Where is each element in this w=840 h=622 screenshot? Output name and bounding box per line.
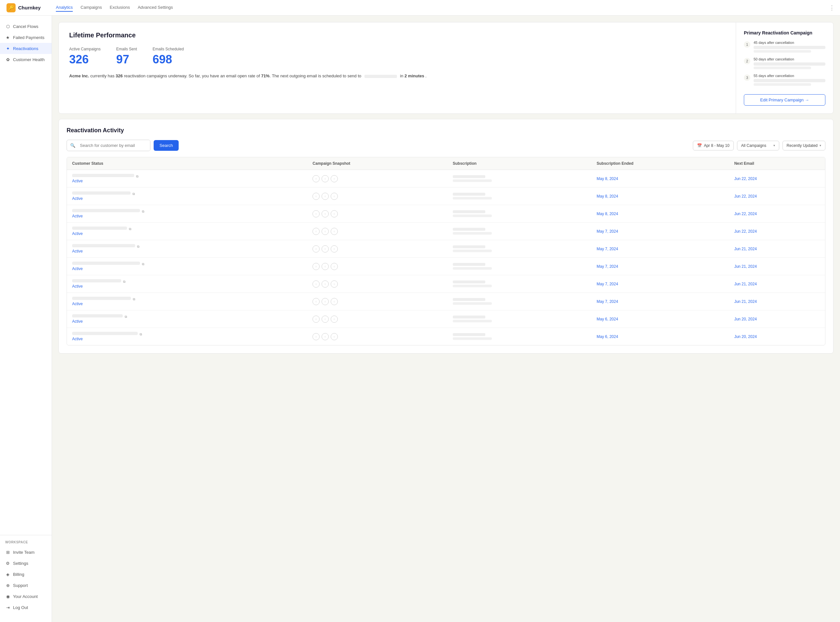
subscription-blur-1 (453, 333, 485, 336)
campaign-icon-1: ○ (312, 245, 320, 253)
sidebar-item-invite-team[interactable]: ⊞ Invite Team (0, 547, 52, 558)
campaign-icon-2: ○ (321, 281, 329, 288)
campaign-icon-group: ○ ○ ○ (312, 228, 442, 235)
campaign-icon-3: ○ (331, 333, 338, 340)
subscription-blur-2 (453, 285, 492, 287)
status-label: Active (72, 196, 302, 201)
copy-icon[interactable]: ⧉ (142, 210, 144, 213)
copy-icon[interactable]: ⧉ (142, 262, 144, 266)
campaign-icon-3: ○ (331, 298, 338, 305)
activity-title: Reactivation Activity (67, 127, 825, 134)
campaign-icon-3: ○ (331, 228, 338, 235)
next-email-date[interactable]: Jun 21, 2024 (734, 299, 756, 304)
cell-campaign-snapshot: ○ ○ ○ (307, 258, 447, 275)
status-label: Active (72, 302, 302, 306)
more-options-icon[interactable]: ⋮ (829, 4, 835, 11)
perf-stats: Active Campaigns 326 Emails Sent 97 Emai… (69, 47, 725, 66)
subscription-blur-2 (453, 232, 492, 235)
status-label: Active (72, 284, 302, 288)
cell-next-email: Jun 22, 2024 (729, 188, 825, 205)
cell-customer-status: ⧉ Active (67, 258, 307, 275)
cell-subscription (447, 223, 592, 240)
cell-campaign-snapshot: ○ ○ ○ (307, 328, 447, 345)
sidebar-item-failed-payments[interactable]: ★ Failed Payments (0, 32, 52, 43)
sidebar-item-cancel-flows[interactable]: ⬡ Cancel Flows (0, 21, 52, 32)
perf-description: Acme Inc. currently has 326 reactivation… (69, 73, 725, 79)
cell-next-email: Jun 21, 2024 (729, 258, 825, 275)
cell-next-email: Jun 20, 2024 (729, 310, 825, 328)
sidebar-item-reactivations[interactable]: ✦ Reactivations (0, 43, 52, 54)
campaign-icon-2: ○ (321, 298, 329, 305)
campaign-content-blur-3 (753, 79, 825, 82)
edit-primary-campaign-button[interactable]: Edit Primary Campaign → (744, 94, 825, 106)
campaign-content-blur-2b (753, 67, 811, 69)
nav-campaigns[interactable]: Campaigns (81, 3, 102, 12)
cell-subscription-ended: May 7, 2024 (592, 223, 729, 240)
cell-customer-status: ⧉ Active (67, 275, 307, 293)
subscription-blur-1 (453, 281, 485, 284)
copy-icon[interactable]: ⧉ (136, 174, 138, 178)
copy-icon[interactable]: ⧉ (129, 227, 131, 231)
campaign-icon-3: ○ (331, 175, 338, 182)
subscription-ended-date: May 8, 2024 (597, 194, 618, 198)
table-row: ⧉ Active ○ ○ ○ May 7, 2024Jun 21, 2024 (67, 258, 825, 275)
date-filter[interactable]: 📅 Apr 8 - May 10 (693, 141, 734, 151)
copy-icon[interactable]: ⧉ (125, 315, 127, 319)
campaign-icon-2: ○ (321, 175, 329, 182)
next-email-date[interactable]: Jun 22, 2024 (734, 212, 756, 216)
sidebar-item-customer-health[interactable]: ✿ Customer Health (0, 54, 52, 65)
next-email-date[interactable]: Jun 22, 2024 (734, 194, 756, 198)
next-email-date[interactable]: Jun 21, 2024 (734, 247, 756, 251)
sort-filter-dropdown[interactable]: Recently Updated ▾ (782, 141, 825, 151)
brand-logo[interactable]: 🔑 Churnkey (6, 3, 46, 12)
cell-customer-status: ⧉ Active (67, 310, 307, 328)
subscription-ended-date: May 7, 2024 (597, 247, 618, 251)
sidebar-item-your-account[interactable]: ◉ Your Account (0, 591, 52, 602)
sidebar-label-cancel-flows: Cancel Flows (13, 24, 38, 29)
your-account-icon: ◉ (5, 594, 11, 599)
campaign-info-3: 55 days after cancellation (753, 74, 825, 86)
copy-icon[interactable]: ⧉ (133, 297, 135, 301)
campaign-icon-1: ○ (312, 210, 320, 217)
search-input[interactable] (79, 140, 150, 151)
campaign-content-blur-3b (753, 83, 811, 86)
copy-icon[interactable]: ⧉ (137, 245, 139, 248)
search-button[interactable]: Search (154, 140, 179, 151)
nav-advanced-settings[interactable]: Advanced Settings (138, 3, 173, 12)
next-email-date[interactable]: Jun 21, 2024 (734, 264, 756, 269)
campaign-filter-label: All Campaigns (741, 143, 766, 148)
campaign-content-blur-2 (753, 63, 825, 66)
sidebar-item-billing[interactable]: ◈ Billing (0, 569, 52, 580)
copy-icon[interactable]: ⧉ (140, 332, 142, 336)
activity-table: Customer Status Campaign Snapshot Subscr… (67, 157, 825, 345)
next-email-date[interactable]: Jun 20, 2024 (734, 317, 756, 322)
activity-controls: 🔍 Search 📅 Apr 8 - May 10 All Campaigns … (67, 140, 825, 151)
stat-label-scheduled: Emails Scheduled (153, 47, 184, 51)
sidebar-label-billing: Billing (13, 572, 24, 577)
copy-icon[interactable]: ⧉ (123, 280, 125, 284)
subscription-blur-2 (453, 215, 492, 217)
sidebar-item-settings[interactable]: ⚙ Settings (0, 558, 52, 569)
sidebar-item-log-out[interactable]: ⇥ Log Out (0, 602, 52, 613)
campaign-icon-3: ○ (331, 193, 338, 200)
calendar-icon: 📅 (697, 143, 702, 148)
cell-subscription-ended: May 7, 2024 (592, 258, 729, 275)
campaign-days-1: 45 days after cancellation (753, 41, 825, 44)
copy-icon[interactable]: ⧉ (132, 192, 135, 196)
cell-subscription-ended: May 8, 2024 (592, 170, 729, 188)
subscription-ended-date: May 6, 2024 (597, 334, 618, 339)
next-email-date[interactable]: Jun 22, 2024 (734, 177, 756, 181)
subscription-ended-date: May 7, 2024 (597, 264, 618, 269)
nav-analytics[interactable]: Analytics (56, 3, 73, 12)
cell-subscription (447, 328, 592, 345)
next-email-date[interactable]: Jun 22, 2024 (734, 229, 756, 234)
next-email-date[interactable]: Jun 21, 2024 (734, 282, 756, 286)
campaign-filter-dropdown[interactable]: All Campaigns ▾ (737, 141, 779, 151)
activity-section: Reactivation Activity 🔍 Search 📅 Apr 8 -… (59, 119, 833, 353)
nav-exclusions[interactable]: Exclusions (110, 3, 130, 12)
table-row: ⧉ Active ○ ○ ○ May 7, 2024Jun 21, 2024 (67, 293, 825, 310)
campaign-icon-group: ○ ○ ○ (312, 263, 442, 270)
sidebar-item-support[interactable]: ⊕ Support (0, 580, 52, 591)
next-email-date[interactable]: Jun 20, 2024 (734, 334, 756, 339)
campaign-content-blur-1b (753, 50, 811, 53)
